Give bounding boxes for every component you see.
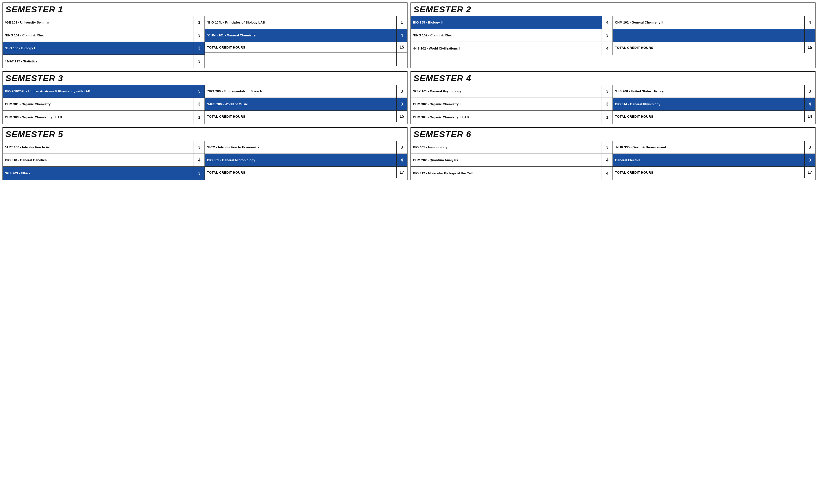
- credit-hours: 3: [804, 85, 815, 98]
- left-column: ⁵PSY 101 - General Psychology3CHM 302 - …: [411, 85, 613, 124]
- credit-hours: 3: [804, 154, 815, 166]
- credit-hours: 1: [396, 16, 407, 29]
- course-row: [205, 53, 407, 66]
- course-row: TOTAL CREDIT HOURS15: [205, 42, 407, 53]
- total-label: TOTAL CREDIT HOURS: [613, 167, 804, 178]
- course-name: BIO 312 - Molecular Biology of the Cell: [411, 167, 601, 180]
- course-row: [613, 29, 815, 42]
- credit-hours: 3: [193, 167, 204, 180]
- left-column: BIO 401 - Immunology3CHM 202 - Quantum A…: [411, 141, 613, 180]
- course-name: ⁶PHI 203 - Ethics: [3, 167, 193, 180]
- credit-hours: 3: [396, 98, 407, 110]
- semester-1: SEMESTER 1⁸GE 101 - University Seminar1¹…: [2, 2, 408, 68]
- course-row: ⁴CHM - 101 - General Chemistry4: [205, 29, 407, 42]
- course-name: CHM 304 - Organic Chemistry II LAB: [411, 111, 601, 124]
- total-label: TOTAL CREDIT HOURS: [613, 42, 804, 53]
- credit-hours: 4: [804, 16, 815, 29]
- credit-hours: 5: [193, 85, 204, 98]
- courses-grid: BIO 401 - Immunology3CHM 202 - Quantum A…: [411, 141, 815, 180]
- course-name: ⁴BIO 150 - Biology I: [3, 42, 193, 54]
- course-row: TOTAL CREDIT HOURS15: [205, 111, 407, 122]
- page-grid: SEMESTER 1⁸GE 101 - University Seminar1¹…: [2, 2, 816, 180]
- credit-hours: 4: [601, 167, 612, 180]
- credit-hours: 1: [193, 16, 204, 29]
- left-column: BIO 155 - Biology II4¹ENG 102 - Comp. & …: [411, 16, 613, 55]
- course-row: CHM 301 - Organic Chemistry I3: [3, 98, 204, 111]
- semester-4: SEMESTER 4⁵PSY 101 - General Psychology3…: [410, 71, 816, 124]
- course-row: BIO 208/209L - Human Anatomy & Physiolog…: [3, 85, 204, 98]
- course-row: BIO 401 - Immunology3: [411, 141, 612, 154]
- course-name: ⁴CHM - 101 - General Chemistry: [205, 29, 396, 42]
- total-label: TOTAL CREDIT HOURS: [613, 111, 804, 122]
- right-column: ⁵ECO - Introduction to Economics3BIO 301…: [205, 141, 407, 180]
- total-label: TOTAL CREDIT HOURS: [205, 167, 396, 178]
- credit-hours: 3: [601, 29, 612, 42]
- course-name: CHM 202 - Quantum Analysis: [411, 154, 601, 166]
- right-column: ⁴BIO 104L - Principles of Biology LAB1⁴C…: [205, 16, 407, 68]
- course-name: BIO 155 - Biology II: [411, 16, 601, 29]
- course-row: ⁶PHI 203 - Ethics3: [3, 167, 204, 180]
- credit-hours: 3: [396, 85, 407, 98]
- course-name: ⁸GE 101 - University Seminar: [3, 16, 193, 29]
- course-name: ⁷NUR 335 - Death & Bereavement: [613, 141, 804, 154]
- course-row: BIO 314 - General Physiology4: [613, 98, 815, 111]
- right-column: CHM 102 - General Chemistry II4TOTAL CRE…: [613, 16, 815, 55]
- total-label: TOTAL CREDIT HOURS: [205, 42, 396, 53]
- course-name: ¹ENG 101 - Comp. & Rhet I: [3, 29, 193, 42]
- courses-grid: BIO 155 - Biology II4¹ENG 102 - Comp. & …: [411, 16, 815, 55]
- course-row: BIO 312 - Molecular Biology of the Cell4: [411, 167, 612, 180]
- right-column: ⁷NUR 335 - Death & Bereavement3General E…: [613, 141, 815, 180]
- course-row: ⁵ECO - Introduction to Economics3: [205, 141, 407, 154]
- semester-3: SEMESTER 3BIO 208/209L - Human Anatomy &…: [2, 71, 408, 124]
- course-row: TOTAL CREDIT HOURS17: [613, 167, 815, 178]
- empty-credit: [396, 53, 407, 66]
- total-credit: 17: [804, 167, 815, 178]
- course-name: ⁶MUS 200 - World of Music: [205, 98, 396, 110]
- total-credit: 15: [396, 42, 407, 53]
- empty-cell: [205, 53, 396, 66]
- credit-hours: 4: [396, 29, 407, 42]
- course-row: TOTAL CREDIT HOURS14: [613, 111, 815, 122]
- course-name: ⁵PSY 101 - General Psychology: [411, 85, 601, 98]
- course-name: BIO 310 - General Genetics: [3, 154, 193, 166]
- credit-hours: 3: [193, 55, 204, 68]
- semester-2: SEMESTER 2BIO 155 - Biology II4¹ENG 102 …: [410, 2, 816, 68]
- course-name: BIO 301 - General Microbiology: [205, 154, 396, 166]
- course-row: TOTAL CREDIT HOURS15: [613, 42, 815, 53]
- course-name: CHM 102 - General Chemistry II: [613, 16, 804, 29]
- course-row: CHM 304 - Organic Chemistry II LAB1: [411, 111, 612, 124]
- courses-grid: ⁸GE 101 - University Seminar1¹ENG 101 - …: [3, 16, 407, 68]
- credit-hours: 3: [396, 141, 407, 154]
- course-row: ⁵PSY 101 - General Psychology3: [411, 85, 612, 98]
- course-name: BIO 401 - Immunology: [411, 141, 601, 154]
- semester-title: SEMESTER 5: [3, 128, 407, 141]
- course-row: ⁷HIS 102 - World Civilizations II4: [411, 42, 612, 55]
- semester-title: SEMESTER 3: [3, 72, 407, 85]
- left-column: ⁶ART 100 - Introduction to Art3BIO 310 -…: [3, 141, 205, 180]
- total-credit: 14: [804, 111, 815, 122]
- course-name: ¹ENG 102 - Comp. & Rhet II: [411, 29, 601, 42]
- semester-title: SEMESTER 6: [411, 128, 815, 141]
- course-name: ⁷HIS 102 - World Civilizations II: [411, 42, 601, 55]
- course-row: BIO 310 - General Genetics4: [3, 154, 204, 167]
- course-name: BIO 208/209L - Human Anatomy & Physiolog…: [3, 85, 193, 98]
- semester-5: SEMESTER 5⁶ART 100 - Introduction to Art…: [2, 127, 408, 180]
- course-row: ⁵HIS 206 - United States History3: [613, 85, 815, 98]
- empty-blue-cell: [613, 29, 804, 42]
- credit-hours: 3: [601, 141, 612, 154]
- course-row: ⁸GE 101 - University Seminar1: [3, 16, 204, 29]
- left-column: ⁸GE 101 - University Seminar1¹ENG 101 - …: [3, 16, 205, 68]
- courses-grid: BIO 208/209L - Human Anatomy & Physiolog…: [3, 85, 407, 124]
- total-label: TOTAL CREDIT HOURS: [205, 111, 396, 122]
- right-column: ²SPT 206 - Fundamentals of Speech3⁶MUS 2…: [205, 85, 407, 124]
- course-row: CHM 303 - Organic Chemistgry I LAB1: [3, 111, 204, 124]
- course-row: ⁷NUR 335 - Death & Bereavement3: [613, 141, 815, 154]
- course-name: BIO 314 - General Physiology: [613, 98, 804, 110]
- course-row: TOTAL CREDIT HOURS17: [205, 167, 407, 178]
- course-name: ⁵HIS 206 - United States History: [613, 85, 804, 98]
- course-row: ³ MAT 117 - Statistics3: [3, 55, 204, 68]
- course-name: ²SPT 206 - Fundamentals of Speech: [205, 85, 396, 98]
- credit-hours: 3: [804, 141, 815, 154]
- course-row: ¹ENG 101 - Comp. & Rhet I3: [3, 29, 204, 42]
- semester-title: SEMESTER 2: [411, 3, 815, 16]
